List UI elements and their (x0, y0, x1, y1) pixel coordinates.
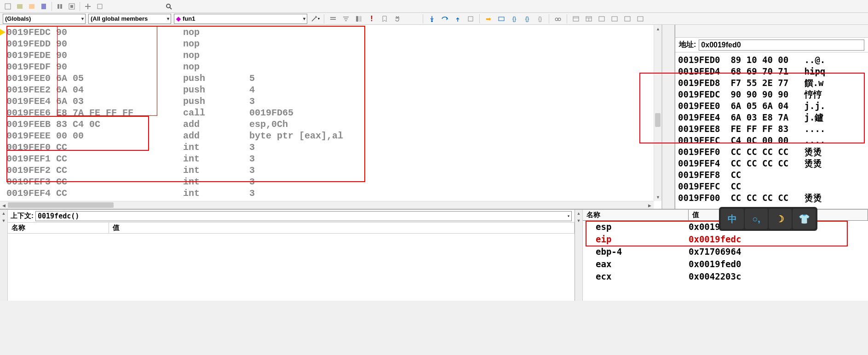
toolbar-icon[interactable] (39, 1, 49, 11)
braces-icon[interactable]: {} (522, 14, 532, 24)
window-icon[interactable] (584, 14, 594, 24)
hand-icon[interactable] (392, 14, 402, 24)
memory-row[interactable]: 0019FEF0 CC CC CC CC 烫烫 (678, 146, 865, 158)
scroll-left-icon[interactable]: ◀ (0, 201, 8, 209)
disasm-line[interactable]: 0019FEDF 90 nop (6, 61, 661, 73)
toolbar-icon[interactable] (496, 14, 506, 24)
watch-row[interactable]: ebp-40x71706964 (583, 246, 868, 258)
ime-key[interactable]: ☽ (769, 209, 792, 229)
disasm-line[interactable]: 0019FEE4 6A 03 push 3 (6, 96, 661, 107)
step-into-icon[interactable] (427, 14, 437, 24)
step-out-icon[interactable] (453, 14, 463, 24)
scroll-up-icon[interactable]: ▲ (0, 210, 7, 217)
toolbar-icon[interactable] (466, 14, 476, 24)
disasm-line[interactable]: 0019FEF1 CC int 3 (6, 153, 661, 165)
toolbar-icon[interactable] (83, 1, 93, 11)
disasm-line[interactable]: 0019FEDE 90 nop (6, 50, 661, 61)
memory-row[interactable]: 0019FEF8 CC (678, 169, 865, 181)
scroll-thumb[interactable] (8, 202, 114, 208)
scroll-down-icon[interactable]: ▼ (654, 193, 662, 201)
toolbar-icon[interactable] (379, 14, 390, 24)
svg-rect-20 (625, 17, 630, 21)
toolbar-icon[interactable] (15, 1, 25, 11)
step-over-icon[interactable] (440, 14, 450, 24)
toolbar-icon[interactable] (354, 14, 364, 24)
watch-name: ecx (583, 270, 689, 283)
toolbar-icon[interactable] (55, 1, 65, 11)
memory-row[interactable]: 0019FEDC 90 90 90 90 悙悙 (678, 89, 865, 100)
ime-key[interactable]: ○, (745, 209, 768, 229)
disasm-line[interactable]: 0019FEF0 CC int 3 (6, 142, 661, 153)
window-icon[interactable] (571, 14, 581, 24)
function-label: fun1 (183, 15, 195, 22)
arrow-right-icon[interactable]: ➡ (483, 14, 494, 24)
address-label: 地址: (679, 40, 696, 50)
address-input[interactable] (699, 40, 864, 51)
side-scroll[interactable]: ▲ ▼ (0, 210, 8, 301)
scroll-up-icon[interactable]: ▲ (654, 25, 662, 33)
memory-row[interactable]: 0019FEE0 6A 05 6A 04 j.j. (678, 100, 865, 112)
memory-row[interactable]: 0019FED0 89 10 40 00 ..@. (678, 54, 865, 66)
ime-toolbar[interactable]: 中 ○, ☽ 👕 (719, 207, 817, 231)
window-icon[interactable] (622, 14, 632, 24)
memory-row[interactable]: 0019FEEC C4 0C 00 00 .... (678, 135, 865, 146)
disasm-line[interactable]: 0019FEF2 CC int 3 (6, 165, 661, 176)
function-combo[interactable]: ◆ fun1 (174, 14, 307, 24)
scroll-up-icon[interactable]: ▲ (575, 210, 582, 217)
svg-rect-5 (70, 5, 73, 8)
context-combo[interactable]: 0019fedc() (35, 211, 572, 221)
disasm-line[interactable]: 0019FEDC 90 nop (6, 27, 661, 38)
disasm-line[interactable]: 0019FEEB 83 C4 0C add esp,0Ch (6, 119, 661, 130)
toolbar-icon[interactable] (67, 1, 77, 11)
members-combo[interactable]: (All global members (88, 14, 171, 24)
disasm-line[interactable]: 0019FEE2 6A 04 push 4 (6, 84, 661, 96)
scroll-down-icon[interactable]: ▼ (575, 217, 582, 224)
svg-rect-18 (599, 17, 604, 21)
braces-icon[interactable]: {} (509, 14, 519, 24)
disasm-line[interactable]: 0019FEDD 90 nop (6, 38, 661, 50)
ime-key[interactable]: 中 (721, 209, 744, 229)
watch-row[interactable]: eip0x0019fedc (583, 233, 868, 246)
vertical-scrollbar[interactable]: ▲ ▼ (654, 25, 661, 201)
window-icon[interactable] (635, 14, 645, 24)
memory-row[interactable]: 0019FED4 68 69 70 71 hipq (678, 66, 865, 77)
memory-row[interactable]: 0019FEF4 CC CC CC CC 烫烫 (678, 158, 865, 169)
memory-row[interactable]: 0019FEE8 FE FF FF 83 .... (678, 123, 865, 135)
wand-icon[interactable]: ▾ (310, 14, 320, 24)
members-label: (All global members (91, 15, 148, 22)
toolbar-icon[interactable] (3, 1, 13, 11)
disasm-line[interactable]: 0019FEEE 00 00 add byte ptr [eax],al (6, 130, 661, 142)
toolbar-icon[interactable] (27, 1, 37, 11)
side-scroll[interactable]: ▲ ▼ (575, 210, 583, 301)
memory-row[interactable]: 0019FED8 F7 55 2E 77 饌.w (678, 77, 865, 89)
disasm-line[interactable]: 0019FEF4 CC int 3 (6, 188, 661, 199)
window-icon[interactable] (597, 14, 607, 24)
window-icon[interactable] (609, 14, 620, 24)
scroll-down-icon[interactable]: ▼ (0, 217, 7, 224)
ime-key[interactable]: 👕 (793, 209, 816, 229)
memory-row[interactable]: 0019FEFC CC (678, 181, 865, 192)
horizontal-scrollbar[interactable]: ◀ ▶ (0, 201, 654, 209)
scope-combo[interactable]: (Globals) (3, 14, 86, 24)
scroll-thumb[interactable] (655, 113, 661, 127)
disasm-line[interactable]: 0019FEF3 CC int 3 (6, 176, 661, 188)
toolbar-icon[interactable] (328, 14, 338, 24)
memory-row[interactable]: 0019FEE4 6A 03 E8 7A j.鑪 (678, 112, 865, 123)
watch-value: 0x71706964 (689, 246, 868, 258)
memory-dump[interactable]: 0019FED0 89 10 40 00 ..@.0019FED4 68 69 … (675, 52, 868, 206)
braces-icon[interactable]: {} (535, 14, 545, 24)
exclaim-icon[interactable]: ! (367, 14, 377, 24)
memory-row[interactable]: 0019FF00 CC CC CC CC 烫烫 (678, 192, 865, 204)
svg-rect-16 (573, 17, 579, 21)
watch-row[interactable]: ecx0x0042203c (583, 270, 868, 283)
disassembly-pane[interactable]: 0019FEDC 90 nop 0019FEDD 90 nop 0019FEDE… (0, 25, 662, 209)
toolbar-icon[interactable] (341, 14, 351, 24)
find-icon[interactable] (164, 1, 174, 11)
toolbar-icon[interactable] (95, 1, 105, 11)
watch-row[interactable]: eax0x0019fed0 (583, 258, 868, 270)
disasm-line[interactable]: 0019FEE6 E8 7A FE FF FF call 0019FD65 (6, 107, 661, 119)
binoculars-icon[interactable] (553, 14, 563, 24)
disasm-line[interactable]: 0019FEE0 6A 05 push 5 (6, 73, 661, 84)
watch-name: ebp-4 (583, 246, 689, 258)
scroll-right-icon[interactable]: ▶ (646, 201, 654, 209)
